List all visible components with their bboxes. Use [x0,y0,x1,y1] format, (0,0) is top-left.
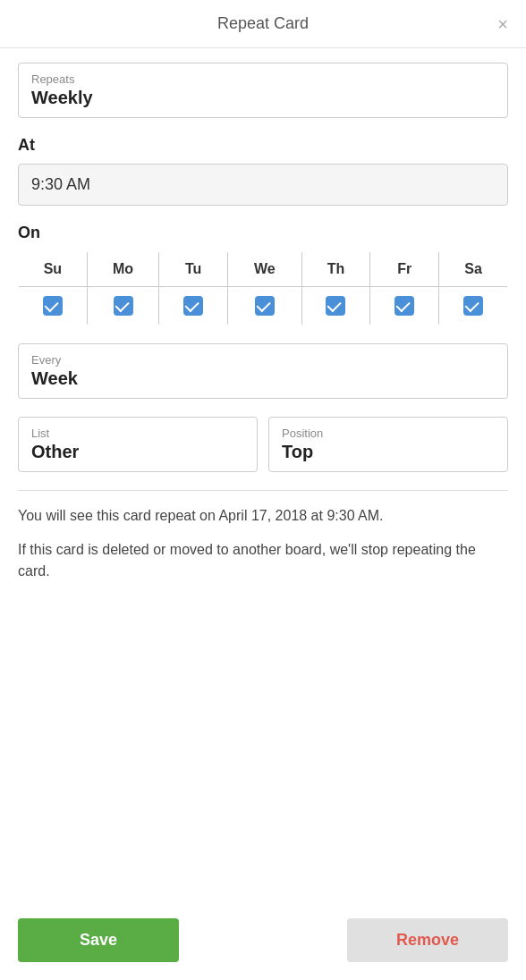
time-value: 9:30 AM [31,175,90,193]
repeats-label: Repeats [31,72,495,86]
time-field[interactable]: 9:30 AM [18,164,508,206]
checkbox-fr[interactable] [394,296,414,316]
modal-header: Repeat Card × [0,0,526,48]
action-buttons: Save Remove [0,900,526,980]
days-header-row: Su Mo Tu We Th Fr Sa [19,252,508,287]
day-checkbox-sa[interactable] [439,287,508,325]
position-field[interactable]: Position Top [268,417,508,472]
day-checkbox-we[interactable] [228,287,302,325]
days-section: On Su Mo Tu We Th Fr Sa [18,224,508,325]
checkbox-mo[interactable] [114,296,133,316]
every-field[interactable]: Every Week [18,343,508,399]
checkbox-tu[interactable] [183,296,203,316]
every-label: Every [31,353,495,367]
day-header-we: We [228,252,302,287]
repeats-field[interactable]: Repeats Weekly [18,63,508,118]
checkbox-th[interactable] [326,296,345,316]
on-label: On [18,224,508,242]
position-value: Top [282,442,495,462]
every-value: Week [31,368,495,389]
list-label: List [31,427,244,440]
info-line2: If this card is deleted or moved to anot… [18,539,508,582]
day-checkbox-th[interactable] [301,287,370,325]
checkbox-su[interactable] [43,296,63,316]
days-checkbox-row [19,287,508,325]
days-table: Su Mo Tu We Th Fr Sa [18,251,508,325]
close-button[interactable]: × [497,15,508,33]
bottom-selects: List Other Position Top [18,417,508,472]
checkbox-we[interactable] [255,296,275,316]
day-header-su: Su [19,252,88,287]
repeats-value: Weekly [31,88,495,108]
at-label: At [18,136,508,155]
remove-button[interactable]: Remove [347,918,508,962]
day-header-sa: Sa [439,252,508,287]
day-header-th: Th [301,252,370,287]
divider [18,490,508,491]
day-checkbox-mo[interactable] [87,287,158,325]
day-checkbox-tu[interactable] [159,287,228,325]
checkbox-sa[interactable] [463,296,483,316]
day-checkbox-su[interactable] [19,287,88,325]
day-header-fr: Fr [370,252,439,287]
day-header-mo: Mo [87,252,158,287]
save-button[interactable]: Save [18,918,179,962]
day-header-tu: Tu [159,252,228,287]
list-value: Other [31,442,244,462]
list-field[interactable]: List Other [18,417,258,472]
info-line1: You will see this card repeat on April 1… [18,505,508,527]
day-checkbox-fr[interactable] [370,287,439,325]
repeat-card-modal: Repeat Card × Repeats Weekly At 9:30 AM … [0,0,526,980]
modal-title: Repeat Card [217,14,309,33]
position-label: Position [282,427,495,440]
modal-body: Repeats Weekly At 9:30 AM On Su Mo Tu We… [0,48,526,900]
